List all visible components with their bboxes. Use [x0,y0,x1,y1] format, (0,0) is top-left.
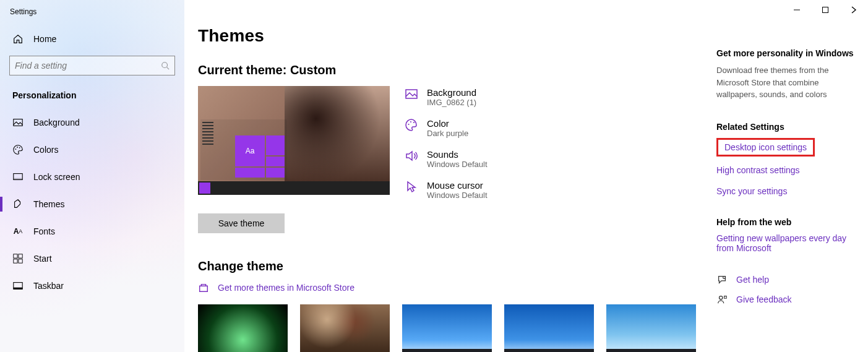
sidebar-item-colors[interactable]: Colors [0,136,184,163]
sidebar-item-label: Fonts [33,226,55,236]
save-theme-button[interactable]: Save theme [198,213,285,233]
link-give-feedback[interactable]: Give feedback [736,294,792,304]
svg-point-17 [408,124,409,125]
svg-rect-11 [19,254,22,258]
preview-tile: Aa [235,135,265,166]
page-title: Themes [198,26,716,46]
svg-point-6 [17,147,18,148]
sound-icon [405,149,418,163]
svg-rect-10 [14,254,17,258]
link-high-contrast[interactable]: High contrast settings [716,165,857,175]
sidebar-item-label: Themes [33,199,65,209]
image-icon [405,87,418,101]
window-maximize-button[interactable] [811,0,840,20]
image-icon [12,117,24,128]
sidebar-item-background[interactable]: Background [0,109,184,136]
help-icon [716,274,728,285]
aside-panel: Get more personality in Windows Download… [716,0,868,352]
start-icon [12,253,24,264]
search-input[interactable] [15,61,161,71]
app-title: Settings [0,0,184,27]
promo-heading: Get more personality in Windows [716,48,857,58]
svg-point-5 [15,148,17,150]
current-theme-heading: Current theme: Custom [198,63,716,77]
theme-thumbnail[interactable] [300,304,390,352]
theme-thumbnails [198,304,716,352]
link-help-wallpapers[interactable]: Getting new wallpapers every day from Mi… [716,233,857,253]
theme-thumbnail[interactable] [198,304,288,352]
svg-point-2 [162,62,168,68]
theme-thumbnail[interactable] [606,304,696,352]
get-help-row[interactable]: Get help [716,274,857,285]
sidebar-item-label: Background [33,118,80,127]
store-icon [198,282,209,293]
store-link-row[interactable]: Get more themes in Microsoft Store [198,282,716,293]
svg-rect-9 [14,178,22,180]
theme-thumbnail[interactable] [402,304,492,352]
change-theme-heading: Change theme [198,259,716,273]
lockscreen-icon [12,171,24,182]
taskbar-icon [12,280,24,291]
prop-title: Background [427,87,476,98]
sidebar-item-taskbar[interactable]: Taskbar [0,272,184,299]
sidebar-item-themes[interactable]: Themes [0,191,184,218]
theme-prop-sounds[interactable]: SoundsWindows Default [405,149,488,169]
theme-prop-cursor[interactable]: Mouse cursorWindows Default [405,180,488,200]
window-minimize-button[interactable] [783,0,811,20]
sidebar-category: Personalization [0,84,184,109]
sidebar-item-label: Lock screen [33,172,80,182]
main-content: Themes Current theme: Custom Aa Backgrou… [184,0,716,352]
sidebar-item-start[interactable]: Start [0,245,184,272]
prop-title: Color [427,118,468,129]
sidebar-item-label: Start [33,254,52,264]
give-feedback-row[interactable]: Give feedback [716,294,857,305]
prop-value: Windows Default [427,191,488,200]
sidebar-item-label: Colors [33,145,58,155]
help-heading: Help from the web [716,217,857,227]
svg-rect-1 [823,7,828,13]
nav-home-label: Home [33,34,56,44]
search-icon [161,61,170,70]
store-link[interactable]: Get more themes in Microsoft Store [218,283,355,293]
svg-point-18 [410,121,411,122]
search-box[interactable] [9,56,175,75]
palette-icon [12,144,24,155]
prop-value: Windows Default [427,160,488,169]
fonts-icon: AA [12,226,24,237]
prop-value: Dark purple [427,129,468,138]
svg-line-3 [167,67,170,70]
link-desktop-icon-settings[interactable]: Desktop icon settings [724,142,807,152]
theme-preview: Aa [198,86,390,195]
svg-rect-12 [14,259,17,263]
sidebar-item-fonts[interactable]: AA Fonts [0,218,184,245]
svg-rect-4 [14,119,22,126]
prop-title: Mouse cursor [427,180,488,191]
theme-prop-background[interactable]: BackgroundIMG_0862 (1) [405,87,488,107]
svg-point-7 [19,147,20,148]
nav-home[interactable]: Home [0,27,184,51]
cursor-icon [405,180,418,194]
feedback-icon [716,294,728,305]
theme-thumbnail[interactable] [504,304,594,352]
svg-point-21 [720,296,723,299]
related-heading: Related Settings [716,122,857,132]
sidebar-item-lockscreen[interactable]: Lock screen [0,163,184,191]
svg-rect-13 [19,259,22,263]
link-sync-settings[interactable]: Sync your settings [716,186,857,196]
window-next-button[interactable] [840,0,868,20]
home-icon [12,33,24,45]
promo-text: Download free themes from the Microsoft … [716,64,857,101]
svg-rect-15 [14,288,22,290]
palette-icon [405,118,418,132]
sidebar: Settings Home Personalization Background… [0,0,184,352]
themes-icon [12,199,24,210]
theme-prop-color[interactable]: ColorDark purple [405,118,488,138]
prop-value: IMG_0862 (1) [427,98,476,107]
prop-title: Sounds [427,149,488,160]
link-get-help[interactable]: Get help [736,275,769,285]
sidebar-item-label: Taskbar [33,281,64,291]
svg-point-19 [413,122,415,123]
